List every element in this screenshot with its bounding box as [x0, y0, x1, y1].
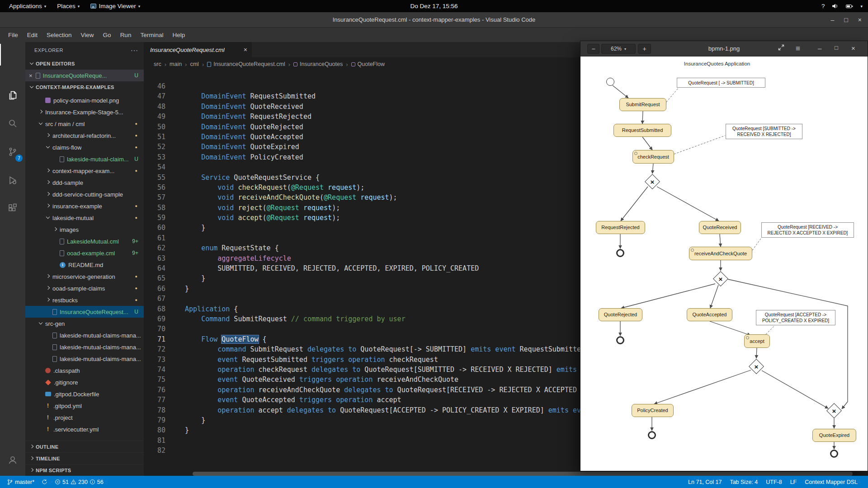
- tab-close-icon[interactable]: ×: [239, 46, 247, 53]
- volume-icon[interactable]: [832, 3, 839, 9]
- menu-file[interactable]: File: [4, 29, 23, 41]
- line-number: 70: [144, 324, 165, 334]
- outline-section[interactable]: OUTLINE: [25, 441, 144, 452]
- tree-folder[interactable]: Insurance-Example-Stage-5...: [25, 106, 144, 118]
- vscode-menubar: FileEditSelectionViewGoRunTerminalHelp: [0, 28, 868, 42]
- menu-view[interactable]: View: [76, 29, 99, 41]
- npm-scripts-section[interactable]: NPM SCRIPTS: [25, 464, 144, 476]
- tree-folder[interactable]: images: [25, 224, 144, 235]
- menu-terminal[interactable]: Terminal: [136, 29, 168, 41]
- tree-folder[interactable]: restbucks●: [25, 294, 144, 306]
- menu-selection[interactable]: Selection: [42, 29, 76, 41]
- search-icon[interactable]: [0, 111, 25, 136]
- line-number: 63: [144, 253, 165, 263]
- tree-file[interactable]: !.gitpod.yml: [25, 400, 144, 412]
- tree-file[interactable]: policy-domain-model.png: [25, 94, 144, 106]
- tree-folder[interactable]: ooad-sample-claims●: [25, 282, 144, 294]
- account-icon[interactable]: [0, 447, 25, 473]
- zoom-level-dropdown[interactable]: 62% ▾: [601, 44, 636, 54]
- status-right: Ln 71, Col 17Tab Size: 4UTF-8LFContext M…: [684, 479, 868, 485]
- maximize-icon[interactable]: □: [835, 44, 838, 51]
- tree-folder[interactable]: context-mapper-exam...●: [25, 165, 144, 177]
- zoom-in-button[interactable]: +: [638, 44, 651, 54]
- tree-file[interactable]: lakeside-mutual-claims-mana...: [25, 353, 144, 365]
- line-number: 59: [144, 213, 165, 223]
- problems-item[interactable]: 51 230 56: [52, 479, 106, 485]
- minimize-icon[interactable]: –: [818, 44, 821, 52]
- line-number: 61: [144, 233, 165, 243]
- tree-folder[interactable]: src-gen: [25, 318, 144, 329]
- maximize-icon[interactable]: □: [844, 16, 848, 23]
- tree-file[interactable]: iREADME.md: [25, 259, 144, 271]
- tree-folder[interactable]: insurance-example●: [25, 200, 144, 212]
- tree-file[interactable]: !.servicecutter.yml: [25, 423, 144, 435]
- chevron-placeholder: [38, 427, 43, 432]
- tray-caret-icon[interactable]: ▾: [860, 4, 863, 9]
- tree-file[interactable]: !.project: [25, 412, 144, 423]
- help-icon[interactable]: ?: [821, 3, 825, 9]
- status-item[interactable]: Context Mapper DSL: [801, 479, 862, 485]
- tree-folder[interactable]: microservice-generation●: [25, 271, 144, 282]
- sync-item[interactable]: [39, 479, 50, 485]
- menu-go[interactable]: Go: [99, 29, 116, 41]
- open-editors-section[interactable]: OPEN EDITORS: [25, 58, 144, 70]
- breadcrumb-item[interactable]: src: [154, 61, 161, 67]
- status-item[interactable]: UTF-8: [762, 479, 786, 485]
- tree-folder[interactable]: architectural-refactorin...●: [25, 130, 144, 141]
- bpmn-image[interactable]: InsuranceQuotes ApplicationSubmitRequest…: [580, 56, 868, 471]
- menu-edit[interactable]: Edit: [23, 29, 42, 41]
- minimize-icon[interactable]: –: [831, 16, 835, 23]
- close-icon[interactable]: ×: [858, 16, 862, 23]
- tree-folder[interactable]: claims-flow●: [25, 141, 144, 153]
- status-item[interactable]: Ln 71, Col 17: [684, 479, 726, 485]
- git-branch-item[interactable]: master*: [5, 479, 37, 485]
- menu-icon[interactable]: ≡: [796, 44, 800, 53]
- tab-insurancequoterequest[interactable]: InsuranceQuoteRequest.cml ×: [144, 42, 252, 57]
- vscode-titlebar[interactable]: InsuranceQuoteRequest.cml - context-mapp…: [0, 12, 868, 28]
- desktop-menu-applications[interactable]: Applications▾: [5, 0, 51, 12]
- close-icon[interactable]: ×: [851, 44, 855, 52]
- tree-file[interactable]: lakeside-mutual-claims-mana...: [25, 341, 144, 353]
- tree-file[interactable]: LakesideMutual.cml9+: [25, 235, 144, 247]
- breadcrumb-item[interactable]: InsuranceQuotes: [293, 61, 343, 67]
- bpmn-gateway: ×: [645, 174, 660, 189]
- zoom-out-button[interactable]: −: [587, 44, 599, 54]
- tree-file[interactable]: .gitignore: [25, 376, 144, 388]
- desktop-menu-image-viewer[interactable]: Image Viewer▾: [86, 0, 145, 12]
- tree-folder[interactable]: ddd-sample: [25, 177, 144, 188]
- breadcrumb-item[interactable]: InsuranceQuoteRequest.cml: [207, 61, 285, 67]
- fullscreen-icon[interactable]: [778, 44, 784, 51]
- image-viewer-header[interactable]: − 62% ▾ + bpmn-1.png ≡ – □ ×: [580, 41, 868, 56]
- tree-file[interactable]: .classpath: [25, 365, 144, 376]
- breadcrumb-item[interactable]: main: [170, 61, 182, 67]
- breadcrumb-item[interactable]: QuoteFlow: [351, 61, 385, 67]
- desktop-menu-places[interactable]: Places▾: [52, 0, 84, 12]
- breadcrumb-item[interactable]: cml: [190, 61, 198, 67]
- close-icon[interactable]: ×: [29, 72, 33, 79]
- horizontal-scrollbar[interactable]: [193, 472, 853, 476]
- image-viewer-window[interactable]: − 62% ▾ + bpmn-1.png ≡ – □ ×: [580, 41, 868, 471]
- status-item[interactable]: LF: [786, 479, 801, 485]
- bpmn-label-insurancequotes: InsuranceQuotes Application: [657, 61, 777, 68]
- tree-file[interactable]: lakeside-mutual-claim...U: [25, 153, 144, 165]
- root-folder-section[interactable]: CONTEXT-MAPPER-EXAMPLES: [25, 81, 144, 93]
- timeline-section[interactable]: TIMELINE: [25, 452, 144, 464]
- menu-run[interactable]: Run: [116, 29, 136, 41]
- explorer-icon[interactable]: [0, 83, 25, 108]
- battery-icon[interactable]: [846, 4, 853, 9]
- line-number: 77: [144, 395, 165, 405]
- status-item[interactable]: Tab Size: 4: [726, 479, 762, 485]
- menu-help[interactable]: Help: [168, 29, 189, 41]
- tree-folder[interactable]: lakeside-mutual●: [25, 212, 144, 224]
- tree-folder[interactable]: ddd-service-cutting-sample: [25, 188, 144, 200]
- tree-file[interactable]: InsuranceQuoteRequest...U: [25, 306, 144, 318]
- tree-file[interactable]: .gitpod.Dockerfile: [25, 388, 144, 400]
- extensions-icon[interactable]: [0, 196, 25, 221]
- more-actions-icon[interactable]: ···: [131, 47, 138, 54]
- tree-file[interactable]: ooad-example.cml9+: [25, 247, 144, 259]
- open-editor-item[interactable]: ×InsuranceQuoteReque...U: [25, 70, 144, 81]
- source-control-icon[interactable]: 7: [0, 139, 25, 164]
- tree-folder[interactable]: src / main / cml●: [25, 118, 144, 130]
- run-debug-icon[interactable]: [0, 168, 25, 193]
- tree-file[interactable]: lakeside-mutual-claims-mana...: [25, 329, 144, 341]
